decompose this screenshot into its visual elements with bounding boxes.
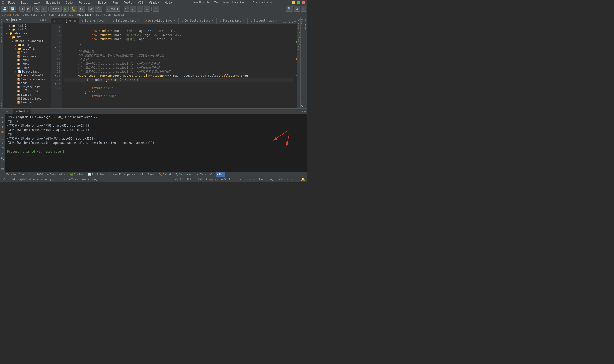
tree-item-src[interactable]: ▼ 📂 src	[3, 35, 51, 39]
breadcrumb-item-src[interactable]: src	[41, 13, 46, 16]
title-menu-help[interactable]: Help	[164, 1, 173, 4]
tab-run-close-icon[interactable]: ×	[26, 110, 28, 112]
build-button[interactable]: 🔨	[95, 6, 102, 12]
web-panel-toggle[interactable]: Web	[0, 102, 3, 108]
breadcrumb-item-lambda[interactable]: Lambda	[114, 13, 124, 16]
tree-item-idea-test[interactable]: ▼ 📁 idea_test	[3, 31, 51, 35]
status-line-ending[interactable]: CRLF	[185, 178, 192, 181]
run-soft-wrap-button[interactable]: ↵	[0, 134, 5, 138]
status-line-col[interactable]: 25:37	[175, 178, 183, 181]
tool-todo[interactable]: ☑ TODO	[33, 172, 44, 177]
tree-item-demo1[interactable]: C Demo1	[3, 58, 51, 62]
title-menu-edit[interactable]: Edit	[19, 1, 29, 4]
tree-item-teacher[interactable]: C Teacher	[3, 101, 51, 104]
tab-close-icon[interactable]: ×	[212, 19, 213, 22]
maximize-button[interactable]: □	[297, 1, 300, 4]
run-scroll-up-button[interactable]: ▲	[0, 120, 5, 124]
run-minimize-icon[interactable]: —	[304, 110, 306, 113]
errors-badge[interactable]: ⚠4	[287, 21, 290, 24]
tree-item-testThis[interactable]: ▶ 📁 testThis	[3, 47, 51, 51]
tree-item-enumeration01[interactable]: C Enumeration01	[3, 74, 51, 78]
tree-item-node[interactable]: C Node	[3, 81, 51, 85]
run-config-dropdown[interactable]: Test ▼	[50, 6, 62, 12]
title-menu-vcs[interactable]: VCS	[136, 1, 145, 4]
title-menu-code[interactable]: Code	[64, 1, 74, 4]
tree-item-html2[interactable]: ▶ 📁 html_2	[3, 24, 51, 27]
toolbar-sync-button[interactable]: 🔄	[9, 6, 16, 12]
push-button[interactable]: ⬇	[144, 6, 150, 12]
code-area[interactable]: new Student( name: "貂蝉", age: 56, score:…	[62, 24, 295, 108]
tree-item-cache[interactable]: C Cache	[3, 51, 51, 54]
project-locate-icon[interactable]: ⊕	[39, 18, 41, 22]
jrebel-panel-toggle[interactable]: JRebel	[300, 17, 304, 28]
console-output[interactable]: "D:\1program file\Java\jdk1.8.0_231\bin\…	[5, 114, 307, 172]
scroll-thumb[interactable]	[296, 75, 297, 77]
tab-stream-java[interactable]: S Stream.java ×	[217, 17, 248, 24]
search-everywhere-button[interactable]: 🔍	[286, 6, 293, 12]
tree-item-reflecttest[interactable]: C ReflectTest	[3, 89, 51, 93]
title-menu-navigate[interactable]: Navigate	[45, 1, 62, 4]
tree-item-season[interactable]: E Season	[3, 93, 51, 97]
project-collapse-icon[interactable]: ≡	[42, 18, 44, 22]
tool-services[interactable]: 🔧 Services	[174, 172, 193, 177]
title-menu-view[interactable]: View	[32, 1, 42, 4]
tree-item-html3[interactable]: ▶ 📁 html_3	[3, 27, 51, 31]
project-settings-icon[interactable]: ⚙	[45, 18, 47, 22]
tool-run[interactable]: ▶ Run	[216, 172, 226, 177]
run-camera-button[interactable]: 📷	[0, 145, 5, 150]
help-button[interactable]: ?	[301, 6, 306, 12]
tab-close-icon[interactable]: ×	[174, 19, 176, 22]
close-button[interactable]: ✕	[302, 1, 305, 4]
warnings-badge[interactable]: ⚠2	[283, 21, 286, 24]
tab-integer-java[interactable]: I Integer.java ×	[110, 17, 143, 24]
toolbar-back-button[interactable]: ◀	[19, 6, 25, 12]
jrebel-icon-1[interactable]: ⚙	[301, 102, 303, 104]
title-menu-tools[interactable]: Tools	[122, 1, 134, 4]
update-button[interactable]: ⟳	[88, 6, 94, 12]
title-menu-file[interactable]: File	[7, 1, 16, 4]
tree-item-com-liudashuai[interactable]: ▼ 📦 com.liudashuai	[3, 39, 51, 43]
breadcrumb-item-com[interactable]: com	[49, 13, 54, 16]
tree-item-newinstancetest[interactable]: C NewInstanceTest	[3, 78, 51, 81]
run-cog2-button[interactable]: 🔧	[0, 156, 5, 161]
tab-close-icon[interactable]: ×	[105, 19, 107, 22]
tree-item-anno[interactable]: ▶ 📁 anno	[3, 43, 51, 47]
run-with-coverage-button[interactable]: ▶▷	[78, 6, 85, 12]
run-trash-button[interactable]: 🗑	[0, 167, 5, 171]
tab-close-icon[interactable]: ×	[275, 19, 277, 22]
run-filter-button[interactable]: ⊘	[0, 141, 5, 145]
toolbar-recent-button[interactable]: ⟲	[34, 6, 40, 12]
breadcrumb-item-module[interactable]: idea_test	[23, 13, 37, 16]
run-stop-button[interactable]: ■	[0, 129, 5, 134]
tool-autobuild[interactable]: ⚙ Auto-build	[46, 172, 67, 177]
database-panel-toggle[interactable]: Database	[297, 17, 300, 30]
tree-item-demo4[interactable]: ▶ 📄 Demo4.java	[3, 70, 51, 74]
toolbar-forward-button[interactable]: ▶	[26, 6, 31, 12]
breadcrumb-item-liudashuai[interactable]: liudashuai	[57, 13, 73, 16]
tab-close-icon[interactable]: ×	[243, 19, 245, 22]
run-settings-icon[interactable]: ⚙	[301, 110, 303, 113]
tab-student-java[interactable]: C Student.java ×	[248, 17, 280, 24]
status-jrebel-console[interactable]: JRebel Console	[276, 178, 298, 181]
tool-profiler[interactable]: 📊 Profiler	[86, 172, 106, 177]
tool-spring[interactable]: 🌿 Spring	[68, 172, 85, 177]
tab-collectors-java[interactable]: C Collectors.java ×	[179, 17, 217, 24]
tab-arraylist-java[interactable]: A ArrayList.java ×	[143, 17, 179, 24]
minimize-button[interactable]: ─	[292, 1, 295, 4]
tool-problems[interactable]: ⚠ Problems	[138, 172, 156, 177]
run-settings2-button[interactable]: ⚙	[0, 152, 5, 156]
tab-string-java[interactable]: S String.java ×	[79, 17, 110, 24]
breadcrumb-item-class[interactable]: Test	[94, 13, 101, 16]
toolbar-save-button[interactable]: 💾	[1, 6, 8, 12]
commit-button[interactable]: ✓	[130, 6, 136, 12]
update-vcs-button[interactable]: ⬆	[137, 6, 143, 12]
tab-test-java[interactable]: ✓ Test.java ×	[51, 17, 79, 24]
tab-close-icon[interactable]: ×	[138, 19, 140, 22]
tool-java-enterprise[interactable]: ☕ Java Enterprise	[107, 172, 136, 177]
tree-item-demo3[interactable]: C Demo3	[3, 66, 51, 70]
title-menu-window[interactable]: Window	[147, 1, 161, 4]
status-event-log[interactable]: Event Log	[259, 178, 274, 181]
translate-button[interactable]: ⇄	[153, 6, 159, 12]
tool-version-control[interactable]: ⎇ Version Control	[1, 172, 31, 177]
structure-panel-toggle[interactable]: Structure	[0, 29, 3, 44]
